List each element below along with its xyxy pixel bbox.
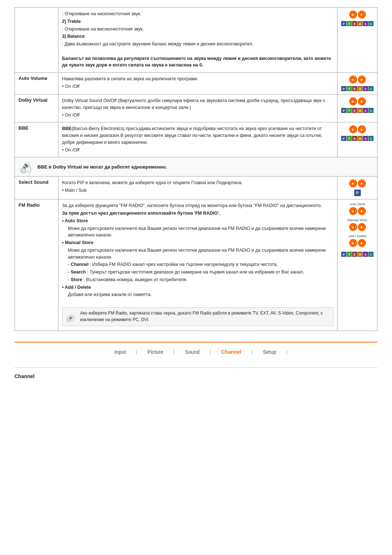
pteasc-av-a: A bbox=[358, 86, 363, 91]
p-only-badge: P bbox=[354, 190, 361, 196]
bass-desc: : Открояване на нискочестотния звук. bbox=[62, 11, 334, 17]
add-delete-desc-container: Добавя или изтрива канали от паметта. bbox=[68, 291, 334, 298]
bbe-option: • On /Off bbox=[62, 147, 334, 154]
table-row-auto-volume: Auto Volume Намалява разликите в силата … bbox=[15, 73, 377, 94]
balance-label: 3) Balance bbox=[62, 33, 334, 40]
pteasc-dolby-t: T bbox=[347, 108, 352, 113]
play-btn-dolby-left: ▶ bbox=[349, 97, 357, 105]
fm-manual-store-label: • Manual Store bbox=[62, 239, 334, 246]
table-row-select-sound: Select Sound Когато PIP е включена, може… bbox=[15, 177, 377, 199]
table-row-fm-radio: FM Radio За да изберете функцията "FM RA… bbox=[15, 199, 377, 331]
play-buttons-ss: ▶ ▶ bbox=[341, 179, 373, 187]
play-buttons-fm-manual: ▶ ▶ bbox=[349, 223, 366, 231]
play-btn-left: ▶ bbox=[349, 11, 357, 19]
auto-store-icon-label: Auto Store bbox=[350, 202, 365, 206]
channel-desc: - Channel : Избира FM RADIO канал чрез н… bbox=[68, 261, 334, 268]
play-btn-dolby-right: ▶ bbox=[358, 97, 366, 105]
play-btn-fm-manual-left: ▶ bbox=[349, 223, 357, 231]
play-btn-bbe-left: ▶ bbox=[349, 125, 357, 133]
play-buttons-balance: ▶ ▶ bbox=[341, 11, 373, 19]
select-sound-desc: Когато PIP е включена, можете да изберет… bbox=[62, 179, 334, 186]
treble-desc: : Открояване на високочестотния звук. bbox=[62, 26, 334, 33]
pteasc-dolby-a: A bbox=[358, 108, 363, 113]
pteasc-s: S bbox=[363, 21, 368, 26]
nav-input[interactable]: Input bbox=[104, 348, 136, 356]
page-wrapper: : Открояване на нискочестотния звук. 2) … bbox=[0, 0, 392, 386]
nav-channel[interactable]: Channel bbox=[211, 348, 252, 356]
treble-label: 2) Treble bbox=[62, 18, 334, 25]
pteasc-fm-c: C bbox=[368, 252, 373, 257]
nav-picture[interactable]: Picture bbox=[137, 348, 173, 356]
fm-radio-intro: За да изберете функцията "FM RADIO", нат… bbox=[62, 202, 334, 209]
nav-items: Input | Picture | Sound | Channel | Setu… bbox=[15, 348, 377, 356]
pteasc-badge-fm: P T E A S C bbox=[341, 252, 373, 257]
play-btn-right: ▶ bbox=[358, 11, 366, 19]
svg-text:🔊: 🔊 bbox=[69, 315, 74, 320]
nav-setup[interactable]: Setup bbox=[253, 348, 286, 356]
fm-radio-warning-box: 🔊 Ако изберете FM Radio, картината става… bbox=[62, 307, 334, 326]
play-btn-fm-manual-right: ▶ bbox=[358, 223, 366, 231]
play-btn-av-right: ▶ bbox=[358, 76, 366, 84]
pteasc-av-p: P bbox=[341, 86, 346, 91]
pteasc-badge-av: P T E A S C bbox=[341, 86, 373, 91]
pteasc-bbe-c: C bbox=[368, 136, 373, 141]
pteasc-fm-p: P bbox=[341, 252, 346, 257]
bottom-divider bbox=[15, 367, 377, 368]
play-btn-fm-auto-right: ▶ bbox=[358, 207, 366, 215]
play-buttons-bbe: ▶ ▶ bbox=[341, 125, 373, 133]
play-buttons-fm-add: ▶ ▶ bbox=[349, 239, 366, 247]
pteasc-dolby-e: E bbox=[352, 108, 357, 113]
dolby-desc: Dolby Virtual Sound On/Off (Виртуалното … bbox=[62, 97, 334, 111]
content-auto-volume: Намалява разликите в силата на звука на … bbox=[58, 73, 338, 94]
fm-auto-store-label: • Auto Store bbox=[62, 218, 334, 224]
table-row-dolby: Dolby Virtual Dolby Virtual Sound On/Off… bbox=[15, 94, 377, 122]
play-buttons-fm-auto: ▶ ▶ bbox=[349, 207, 366, 215]
warning-icon: 🔊 bbox=[20, 160, 33, 173]
icon-cell-dolby: ▶ ▶ P T E A S C bbox=[338, 94, 377, 122]
label-select-sound: Select Sound bbox=[15, 177, 58, 199]
label-fm-radio: FM Radio bbox=[15, 199, 58, 331]
pteasc-bbe-a: A bbox=[358, 136, 363, 141]
warning-text: BBE и Dolby Virtual не могат да работят … bbox=[37, 164, 167, 170]
add-delete-desc: Добавя или изтрива канали от паметта. bbox=[68, 291, 334, 298]
table-row: : Открояване на нискочестотния звук. 2) … bbox=[15, 8, 377, 73]
pteasc-av-t: T bbox=[347, 86, 352, 91]
store-desc: - Store : Възстановява номера, въведен о… bbox=[68, 276, 334, 283]
content-dolby: Dolby Virtual Sound On/Off (Виртуалното … bbox=[58, 94, 338, 122]
pteasc-av-s: S bbox=[363, 86, 368, 91]
play-btn-fm-auto-left: ▶ bbox=[349, 207, 357, 215]
manual-store-icon-label: Manual Store bbox=[348, 218, 367, 222]
icon-cell-balance: ▶ ▶ P T E A S C bbox=[338, 8, 377, 73]
label-auto-volume: Auto Volume bbox=[15, 73, 58, 94]
warning-content: 🔊 BBE и Dolby Virtual не могат да работя… bbox=[20, 160, 372, 173]
play-btn-fm-add-right: ▶ bbox=[358, 239, 366, 247]
play-buttons-dolby: ▶ ▶ bbox=[341, 97, 373, 105]
pteasc-dolby-s: S bbox=[363, 108, 368, 113]
pteasc-fm-s: S bbox=[363, 252, 368, 257]
balance-desc: : Дава възможност да настроите звуковия … bbox=[62, 41, 334, 48]
pteasc-fm-t: T bbox=[347, 252, 352, 257]
manual-store-desc-container: Може да претърсвате наличните във Вашия … bbox=[68, 247, 334, 283]
bbe-desc: BBE(Barcus-Berry Electronics) пресъздава… bbox=[62, 125, 334, 146]
pteasc-fm-a: A bbox=[358, 252, 363, 257]
pteasc-bbe-e: E bbox=[352, 136, 357, 141]
auto-store-desc: Може да претърсвате наличните във Вашия … bbox=[68, 225, 334, 239]
select-sound-option: • Main / Sub bbox=[62, 187, 334, 194]
nav-sound[interactable]: Sound bbox=[175, 348, 209, 356]
auto-store-desc-container: Може да претърсвате наличните във Вашия … bbox=[68, 225, 334, 239]
table-row-bbe: BBE BBE(Barcus-Berry Electronics) пресъз… bbox=[15, 122, 377, 157]
pteasc-fm-e: E bbox=[352, 252, 357, 257]
add-delete-icon-label: Add / Delete bbox=[348, 234, 367, 238]
auto-volume-desc: Намалява разликите в силата на звука на … bbox=[62, 76, 334, 82]
icon-cell-select-sound: ▶ ▶ P bbox=[338, 177, 377, 199]
warning-row: 🔊 BBE и Dolby Virtual не могат да работя… bbox=[15, 157, 377, 177]
navigation-bar: Input | Picture | Sound | Channel | Setu… bbox=[15, 342, 377, 360]
pteasc-bbe-p: P bbox=[341, 136, 346, 141]
fm-radio-icon-group: Auto Store ▶ ▶ Manual Store ▶ ▶ Add / De… bbox=[341, 202, 373, 257]
dolby-option: • On /Off bbox=[62, 112, 334, 119]
pteasc-c: C bbox=[368, 21, 373, 26]
icon-cell-bbe: ▶ ▶ P T E A S C bbox=[338, 122, 377, 157]
fm-warning-icon: 🔊 bbox=[66, 310, 77, 323]
content-fm-radio: За да изберете функцията "FM RADIO", нат… bbox=[58, 199, 338, 331]
content-select-sound: Когато PIP е включена, можете да изберет… bbox=[58, 177, 338, 199]
